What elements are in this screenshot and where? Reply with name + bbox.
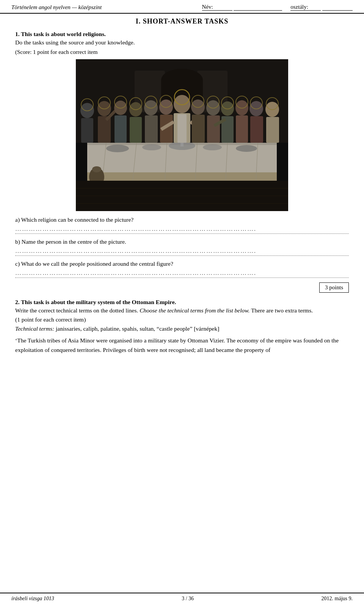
- task1-subheading: Do the tasks using the source and your k…: [15, 39, 349, 46]
- task2-paragraph1: ‘The Turkish tribes of Asia Minor were o…: [15, 336, 349, 355]
- painting-svg: [76, 59, 288, 211]
- image-container: [15, 59, 349, 211]
- question-c: c) What do we call the people positioned…: [15, 260, 349, 267]
- terms-list: janissaries, caliph, palatine, spahis, s…: [56, 325, 219, 332]
- task1-score: (Score: 1 point for each correct item: [15, 49, 349, 55]
- question-b: b) Name the person in the centre of the …: [15, 238, 349, 245]
- name-label: Név:: [202, 4, 232, 11]
- task2-instruction1: Write the correct technical terms on the…: [15, 307, 349, 314]
- task1-heading: 1. This task is about world religions.: [15, 31, 349, 38]
- task2-score: (1 point for each correct item): [15, 316, 349, 323]
- name-dotted: [234, 4, 282, 11]
- footer-date: 2012. május 9.: [322, 596, 353, 602]
- page-wrapper: Történelem angol nyelven — középszint Né…: [0, 0, 364, 604]
- task2-heading: 2. This task is about the military syste…: [15, 299, 349, 306]
- points-badge-wrapper: 3 points: [15, 282, 349, 293]
- last-supper-painting: [76, 59, 288, 211]
- page-footer: írásbeli vizsga 1013 3 / 36 2012. május …: [0, 593, 364, 604]
- svg-rect-72: [76, 59, 288, 211]
- section-title: I. SHORT-ANSWER TASKS: [15, 17, 349, 25]
- answer-line-c[interactable]: …………………………………………………………………………………………….: [15, 270, 349, 278]
- task2-terms: Technical terms: janissaries, caliph, pa…: [15, 325, 349, 332]
- footer-page-number: 3 / 36: [182, 596, 194, 602]
- points-badge: 3 points: [319, 282, 349, 293]
- header-name-class: Név: osztály:: [202, 4, 353, 11]
- class-label: osztály:: [290, 4, 321, 11]
- main-content: I. SHORT-ANSWER TASKS 1. This task is ab…: [0, 14, 364, 593]
- page-header: Történelem angol nyelven — középszint Né…: [0, 0, 364, 14]
- header-subject: Történelem angol nyelven — középszint: [11, 4, 102, 11]
- question-a: a) Which religion can be connected to th…: [15, 216, 349, 223]
- answer-line-a[interactable]: …………………………………………………………………………………………….: [15, 226, 349, 234]
- footer-exam-id: írásbeli vizsga 1013: [11, 596, 54, 602]
- class-dotted: [322, 4, 353, 11]
- answer-line-b[interactable]: …………………………………………………………………………………………….: [15, 248, 349, 256]
